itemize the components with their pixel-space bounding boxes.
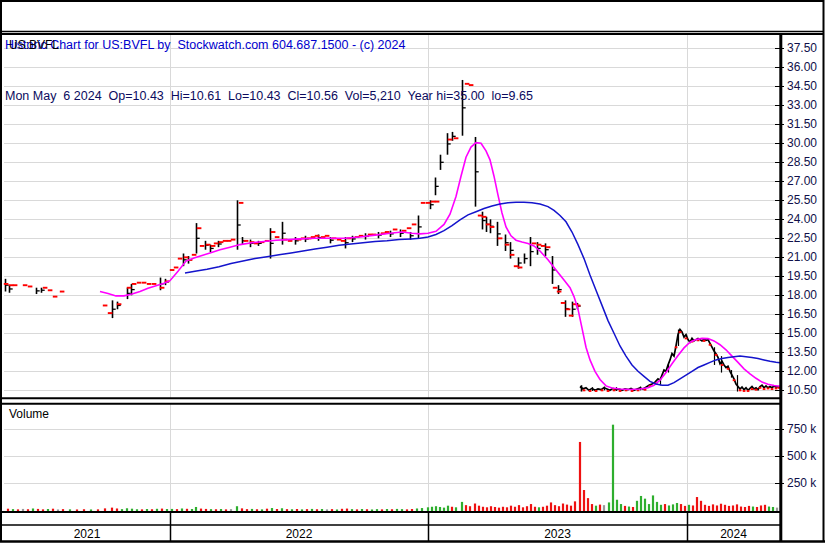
axis-label: 33.00 <box>787 98 817 112</box>
volume-axis-labels: 750 k500 k250 k <box>787 422 817 490</box>
axis-label: 37.50 <box>787 41 817 55</box>
chart-quote-summary: Mon May 6 2024 Op=10.43 Hi=10.61 Lo=10.4… <box>5 89 533 104</box>
axis-label: 18.00 <box>787 288 817 302</box>
axis-label: 24.00 <box>787 212 817 226</box>
chart-header: Historic Chart for US:BVFL by Stockwatch… <box>5 2 533 140</box>
axis-label: 21.00 <box>787 250 817 264</box>
axis-label: 750 k <box>787 422 817 436</box>
axis-label: 36.00 <box>787 60 817 74</box>
dense-close-dots <box>583 331 781 392</box>
volume-panel-label: Volume <box>9 407 49 421</box>
chart-title: Historic Chart for US:BVFL by Stockwatch… <box>5 38 533 53</box>
axis-label: 31.50 <box>787 117 817 131</box>
ma-slow-line <box>185 202 780 385</box>
axis-label: 2021 <box>74 527 101 541</box>
stockwatch-historic-chart-window: Historic Chart for US:BVFL by Stockwatch… <box>0 0 830 543</box>
axis-label: 34.50 <box>787 79 817 93</box>
year-labels: 2021202220232024 <box>74 527 748 541</box>
axis-label: 27.00 <box>787 174 817 188</box>
axis-label: 13.50 <box>787 345 817 359</box>
axis-label: 12.00 <box>787 364 817 378</box>
axis-label: 250 k <box>787 476 817 490</box>
axis-label: 25.50 <box>787 193 817 207</box>
axis-label: 2024 <box>720 527 747 541</box>
price-axis-labels: 37.5036.0034.5033.0031.5030.0028.5027.00… <box>787 41 817 397</box>
axis-label: 15.00 <box>787 326 817 340</box>
axis-label: 500 k <box>787 449 817 463</box>
axis-label: 10.50 <box>787 383 817 397</box>
axis-label: 2023 <box>544 527 571 541</box>
volume-bars <box>7 425 778 511</box>
axis-label: 19.50 <box>787 269 817 283</box>
axis-label: 16.50 <box>787 307 817 321</box>
axis-label: 28.50 <box>787 155 817 169</box>
symbol-label: US:BVFL <box>9 38 59 52</box>
axis-label: 30.00 <box>787 136 817 150</box>
dense-price-line <box>580 330 779 392</box>
axis-label: 2022 <box>286 527 313 541</box>
axis-label: 22.50 <box>787 231 817 245</box>
